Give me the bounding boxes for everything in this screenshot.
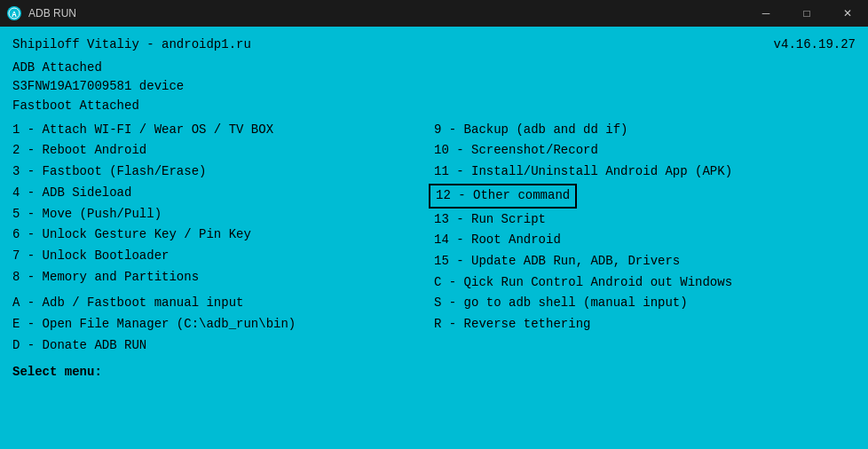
menu-item-empty [434,335,856,337]
header-bar: Shipiloff Vitaliy - androidp1.ru v4.16.1… [12,35,856,55]
device-id: S3FNW19A17009581 device [12,77,856,97]
svg-text:A: A [12,11,17,20]
menu-item-11[interactable]: 11 - Install/Uninstall Android App (APK) [434,161,856,183]
window-controls: ─ □ ✕ [746,0,868,27]
menu-item-15[interactable]: 15 - Update ADB Run, ADB, Drivers [434,251,856,272]
menu-item-s[interactable]: S - go to adb shell (manual input) [434,293,856,314]
fastboot-status: Fastboot Attached [12,97,856,116]
menu-item-e[interactable]: E - Open File Manager (C:\adb_run\bin) [12,314,434,335]
adb-status: ADB Attached [12,59,856,78]
menu-item-8[interactable]: 8 - Memory and Partitions [12,267,434,288]
menu-item-4[interactable]: 4 - ADB Sideload [12,183,434,204]
menu-item-10[interactable]: 10 - Screenshot/Record [434,140,856,161]
terminal-window: Shipiloff Vitaliy - androidp1.ru v4.16.1… [0,27,868,449]
menu-item-7[interactable]: 7 - Unlock Bootloader [12,246,434,267]
select-prompt[interactable]: Select menu: [12,363,856,382]
menu-item-a[interactable]: A - Adb / Fastboot manual input [12,293,434,314]
menu-item-r[interactable]: R - Reverse tethering [434,314,856,335]
titlebar: A ADB RUN ─ □ ✕ [0,0,868,27]
menu-item-14[interactable]: 14 - Root Android [434,230,856,251]
menu-item-13[interactable]: 13 - Run Script [434,209,856,231]
menu-item-12[interactable]: 12 - Other command [434,183,856,209]
menu-item-1[interactable]: 1 - Attach WI-FI / Wear OS / TV BOX [12,120,434,141]
close-button[interactable]: ✕ [827,0,868,27]
extra-menu-grid: A - Adb / Fastboot manual input E - Open… [12,293,856,356]
menu-item-6[interactable]: 6 - Unlock Gesture Key / Pin Key [12,224,434,246]
menu-right-col: 9 - Backup (adb and dd if) 10 - Screensh… [434,120,856,294]
extra-right-col: S - go to adb shell (manual input) R - R… [434,293,856,356]
menu-item-d[interactable]: D - Donate ADB RUN [12,335,434,357]
author-info: Shipiloff Vitaliy - androidp1.ru [12,35,251,55]
version-info: v4.16.19.27 [774,35,856,55]
menu-item-5[interactable]: 5 - Move (Push/Pull) [12,204,434,225]
maximize-button[interactable]: □ [786,0,827,27]
window-title: ADB RUN [28,7,76,20]
app-icon: A [7,6,21,20]
menu-grid: 1 - Attach WI-FI / Wear OS / TV BOX 2 - … [12,120,856,294]
menu-item-9[interactable]: 9 - Backup (adb and dd if) [434,120,856,141]
menu-item-12-highlight: 12 - Other command [429,184,577,209]
minimize-button[interactable]: ─ [746,0,786,27]
status-section: ADB Attached S3FNW19A17009581 device Fas… [12,59,856,116]
menu-item-2[interactable]: 2 - Reboot Android [12,140,434,161]
menu-item-3[interactable]: 3 - Fastboot (Flash/Erase) [12,161,434,183]
menu-left-col: 1 - Attach WI-FI / Wear OS / TV BOX 2 - … [12,120,434,294]
menu-item-c[interactable]: C - Qick Run Control Android out Windows [434,272,856,294]
extra-left-col: A - Adb / Fastboot manual input E - Open… [12,293,434,356]
